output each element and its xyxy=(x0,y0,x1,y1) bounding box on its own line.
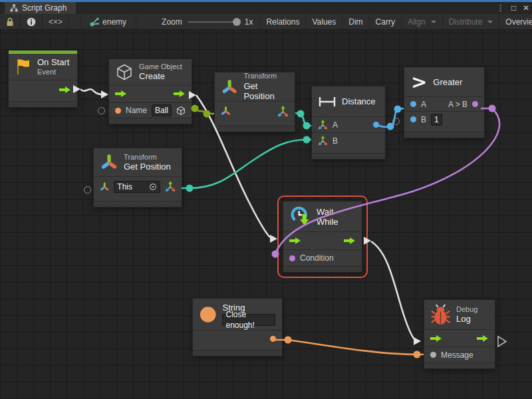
node-footer xyxy=(215,126,295,132)
flow-out-port[interactable] xyxy=(477,334,489,342)
greater-icon: > xyxy=(411,72,427,92)
graph-name: enemy xyxy=(102,17,126,27)
transform-input-port[interactable] xyxy=(221,106,231,116)
flow-out-port[interactable] xyxy=(174,90,186,98)
message-label: Message xyxy=(441,350,473,360)
port-a-label: A xyxy=(332,120,338,130)
node-category: Game Object xyxy=(139,63,182,71)
string-output-port[interactable] xyxy=(270,336,276,342)
relations-button[interactable]: Relations xyxy=(260,14,306,29)
node-title: Get Position xyxy=(124,162,171,172)
align-label: Align xyxy=(408,17,426,27)
node-footer xyxy=(424,362,495,368)
carry-button[interactable]: Carry xyxy=(370,14,402,29)
info-icon xyxy=(27,17,36,27)
window-menu-icon[interactable]: ⋮ xyxy=(497,3,505,13)
condition-input-port[interactable] xyxy=(289,255,295,261)
info-button[interactable] xyxy=(21,14,43,29)
node-title: Create xyxy=(139,71,182,82)
node-get-position-1[interactable]: Transform Get Position xyxy=(214,72,295,132)
zoom-slider[interactable] xyxy=(188,21,239,23)
zoom-control: Zoom 1x xyxy=(136,14,260,29)
wait-while-icon xyxy=(290,205,311,228)
transform-icon xyxy=(221,79,237,95)
vector3-input-port-b[interactable] xyxy=(318,136,328,146)
node-create[interactable]: Game Object Create Name Ball xyxy=(108,59,192,124)
node-greater[interactable]: > Greater A A > B B 1 xyxy=(404,66,485,138)
distance-output-port[interactable] xyxy=(373,122,379,128)
vector3-input-port-a[interactable] xyxy=(318,120,328,130)
cube-icon xyxy=(116,64,133,80)
node-distance[interactable]: Distance A B xyxy=(311,86,386,160)
graph-reference-button[interactable]: enemy xyxy=(80,14,136,29)
gameobject-output-port[interactable] xyxy=(176,106,186,116)
maximize-icon[interactable]: □ xyxy=(511,3,516,13)
result-output-port[interactable] xyxy=(472,101,478,107)
graph-icon xyxy=(10,4,18,12)
overview-button[interactable]: Overview xyxy=(499,14,532,29)
transform-icon xyxy=(100,154,118,170)
vector3-output-port[interactable] xyxy=(165,181,176,192)
code-icon: <×> xyxy=(49,17,63,27)
node-title: Log xyxy=(456,314,477,325)
node-footer xyxy=(312,153,385,159)
transform-input-port[interactable] xyxy=(100,182,109,192)
a-input-port[interactable] xyxy=(410,101,416,107)
b-value-field[interactable]: 1 xyxy=(431,114,442,126)
node-category: Transform xyxy=(243,72,288,80)
dim-button[interactable]: Dim xyxy=(342,14,369,29)
dim-label: Dim xyxy=(348,17,362,27)
lock-button[interactable] xyxy=(0,14,21,29)
object-picker-icon[interactable] xyxy=(149,183,157,191)
condition-label: Condition xyxy=(300,253,334,263)
node-on-start[interactable]: On Start Event xyxy=(8,50,78,108)
string-value-field[interactable]: Close enough! xyxy=(222,314,275,326)
node-category: Transform xyxy=(124,153,171,162)
flow-out-port[interactable] xyxy=(344,237,356,245)
message-input-port[interactable] xyxy=(430,352,436,358)
node-footer xyxy=(9,101,77,107)
node-wait-while[interactable]: Wait While Condition xyxy=(283,201,362,273)
node-footer xyxy=(283,266,362,272)
name-value-field[interactable]: Ball xyxy=(152,104,172,116)
port-b-label: B xyxy=(421,115,426,124)
node-title: Get Position xyxy=(243,81,288,102)
graph-toolbar: <×> enemy Zoom 1x Relations Values Dim C… xyxy=(0,14,532,30)
node-get-position-2[interactable]: Transform Get Position This xyxy=(93,148,182,207)
align-button[interactable]: Align xyxy=(402,14,443,29)
port-b-label: B xyxy=(332,136,338,146)
dropdown-arrow-icon xyxy=(431,21,436,23)
name-input-port[interactable] xyxy=(115,108,121,114)
node-title: Wait While xyxy=(317,207,355,227)
node-debug-log[interactable]: Debug Log Message xyxy=(424,299,495,369)
target-field[interactable]: This xyxy=(114,181,160,193)
flow-in-port[interactable] xyxy=(289,237,301,245)
zoom-slider-knob[interactable] xyxy=(233,18,241,26)
flow-in-port[interactable] xyxy=(115,90,127,98)
relations-label: Relations xyxy=(266,17,299,27)
distance-icon xyxy=(319,96,336,107)
node-string[interactable]: String Close enough! xyxy=(192,298,283,356)
output-label: A > B xyxy=(448,100,467,109)
node-title: Distance xyxy=(342,96,376,106)
b-value: 1 xyxy=(434,114,439,125)
tab-title: Script Graph xyxy=(22,3,66,13)
tab-script-graph[interactable]: Script Graph xyxy=(5,2,76,14)
bug-icon xyxy=(431,304,450,326)
vector3-output-port[interactable] xyxy=(277,106,289,117)
distribute-label: Distribute xyxy=(449,17,483,27)
unconnected-port-indicator xyxy=(84,186,91,194)
node-category: Debug xyxy=(456,305,477,314)
unconnected-port-indicator xyxy=(392,118,400,125)
name-port-label: Name xyxy=(126,106,147,115)
distribute-button[interactable]: Distribute xyxy=(443,14,500,29)
zoom-value: 1x xyxy=(245,17,253,27)
values-button[interactable]: Values xyxy=(306,14,342,29)
close-icon[interactable]: ✕ xyxy=(523,3,529,13)
flow-out-port[interactable] xyxy=(59,86,71,94)
code-preview-button[interactable]: <×> xyxy=(43,14,69,29)
graph-reference-icon xyxy=(90,17,99,27)
flow-in-port[interactable] xyxy=(430,334,442,342)
b-input-port[interactable] xyxy=(410,116,416,122)
lock-icon xyxy=(6,17,14,27)
